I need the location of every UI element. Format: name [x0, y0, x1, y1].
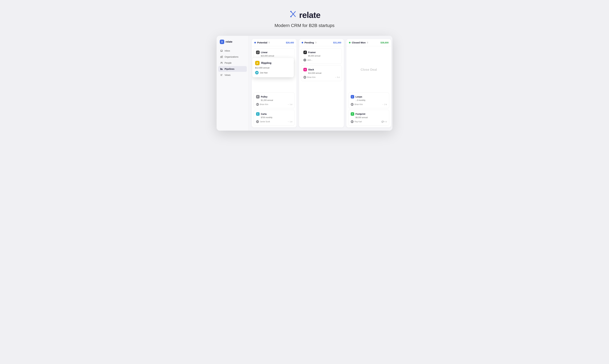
svg-rect-14: [221, 68, 221, 70]
footprint-company-name: Footprint: [356, 113, 365, 115]
loops-card-top: L Loops: [351, 95, 387, 99]
potential-column-header: Potential 5 $28,400: [252, 39, 296, 46]
deal-card-footprint[interactable]: F Footprint $8,000 annual RK Ray Karl 💬: [348, 110, 389, 126]
svg-rect-21: [304, 69, 305, 69]
potential-dot: [254, 42, 256, 43]
svg-rect-22: [305, 69, 306, 69]
people-icon: [220, 62, 223, 64]
closed-won-header-left: Closed Won 3: [349, 41, 368, 44]
sidebar-item-organizations[interactable]: Organizations: [218, 54, 247, 60]
sidebar-pipelines-label: Pipelines: [225, 68, 234, 70]
carta-avatar: JS: [256, 120, 259, 123]
views-icon: [220, 74, 223, 77]
deal-card-pulley[interactable]: P Pulley $1,200 annual BK Brian Kim →: [254, 93, 295, 108]
pulley-assignee-name: Brian Kim: [260, 103, 268, 105]
slack-assignee-name: Brian Kim: [307, 76, 316, 78]
framer-icon: [303, 51, 307, 54]
svg-rect-15: [221, 68, 222, 70]
footprint-footer: RK Ray Karl 💬 4 d: [351, 120, 387, 123]
closed-won-title: Closed Won: [352, 41, 366, 44]
closed-won-column-header: Closed Won 3 $38,600: [346, 39, 391, 46]
loops-company-name: Loops: [356, 95, 362, 98]
carta-footer: JS Jamie Scott → 1 d: [256, 120, 292, 123]
rippling-assignee-name: Joe Han: [260, 72, 268, 74]
carta-time: → 1 d: [287, 121, 292, 123]
svg-point-1: [290, 16, 291, 17]
potential-title: Potential: [257, 41, 267, 44]
carta-company-name: Carta: [261, 113, 267, 115]
closed-won-count: 3: [367, 41, 368, 44]
rippling-name: Rippling: [261, 62, 271, 65]
sidebar: relate Inbox: [217, 36, 249, 130]
svg-point-0: [290, 11, 291, 12]
pulley-card-top: P Pulley: [256, 95, 292, 99]
sidebar-item-views[interactable]: Views: [218, 72, 247, 78]
pulley-amount: $1,200 annual: [256, 99, 292, 101]
pending-header-left: Pending 3: [302, 41, 316, 44]
loops-icon: L: [351, 95, 354, 99]
pulley-avatar: BK: [256, 103, 259, 106]
footprint-icon-text: F: [352, 113, 353, 115]
pending-column-header: Pending 3 $31,000: [299, 39, 344, 46]
pipeline-column-closed-won: Closed Won 3 $38,600 Close Deal L: [346, 39, 391, 127]
deal-card-linear[interactable]: Linear $10,000 annual JS Jamie Scott → 3…: [254, 48, 295, 64]
deal-card-carta[interactable]: C Carta $700 monthly JS Jamie Scott →: [254, 110, 295, 126]
deal-card-framer[interactable]: Framer $5,000 annual J Jam...: [301, 48, 342, 64]
hero-logo: relate: [289, 10, 320, 20]
sidebar-inbox-label: Inbox: [225, 50, 230, 52]
loops-icon-text: L: [352, 96, 353, 98]
rippling-amount: $12,000 annual: [255, 66, 291, 69]
deal-card-loops[interactable]: L Loops ...0 monthly BK Brian Kim →: [348, 93, 389, 108]
pipeline-column-potential: Potential 5 $28,400 Linear: [252, 39, 296, 127]
rippling-assignee-avatar: JH: [255, 71, 259, 74]
linear-card-top: Linear: [256, 51, 292, 54]
slack-card-top: Slack: [303, 68, 340, 71]
carta-assignee-name: Jamie Scott: [260, 120, 270, 123]
loops-assignee-name: Brian Kim: [355, 103, 363, 105]
closed-won-cards: Close Deal L Loops ...0 monthly BK: [346, 46, 391, 127]
hero-tagline: Modern CRM for B2B startups: [275, 23, 334, 28]
potential-count: 5: [269, 41, 270, 44]
slack-icon: [303, 68, 307, 71]
pulley-icon-text: P: [257, 96, 258, 98]
loops-time: → 2 d: [382, 104, 387, 105]
svg-point-2: [221, 41, 221, 41]
footprint-time: 💬 4 d: [382, 121, 387, 123]
slack-assignee: BK Brian Kim: [303, 76, 316, 79]
main-content: Potential 5 $28,400 Linear: [249, 36, 392, 130]
sidebar-item-pipelines[interactable]: Pipelines: [218, 66, 247, 72]
sidebar-item-inbox[interactable]: Inbox: [218, 48, 247, 54]
hero-logo-icon: [289, 10, 298, 20]
linear-company-name: Linear: [261, 51, 268, 54]
sidebar-item-people[interactable]: People: [218, 60, 247, 66]
slack-amount: $14,000 annual: [303, 72, 340, 74]
sidebar-organizations-label: Organizations: [225, 56, 238, 58]
carta-icon: C: [256, 112, 260, 116]
loops-amount: ...0 monthly: [351, 99, 387, 101]
linear-icon: [256, 51, 260, 54]
svg-rect-16: [222, 69, 222, 70]
sidebar-people-label: People: [225, 62, 232, 64]
svg-rect-6: [222, 56, 223, 58]
framer-assignee-name: Jam...: [307, 59, 313, 61]
rippling-popup: R Rippling $12,000 annual JH Joe Han: [252, 58, 294, 77]
pulley-assignee: BK Brian Kim: [256, 103, 268, 106]
loops-assignee: BK Brian Kim: [351, 103, 363, 106]
potential-amount: $28,400: [286, 41, 294, 44]
rippling-assignee: JH Joe Han: [255, 71, 291, 74]
close-deal-placeholder: Close Deal: [348, 48, 389, 91]
framer-avatar: J: [303, 59, 306, 62]
deal-card-slack[interactable]: Slack $14,000 annual BK Brian Kim → 5 d: [301, 65, 342, 81]
framer-assignee: J Jam...: [303, 59, 313, 62]
footprint-avatar: RK: [351, 120, 354, 123]
carta-card-top: C Carta: [256, 112, 292, 116]
sidebar-views-label: Views: [225, 74, 231, 76]
svg-point-12: [221, 62, 222, 63]
hero-section: relate Modern CRM for B2B startups: [275, 10, 334, 28]
framer-card-top: Framer: [303, 51, 340, 54]
framer-amount: $5,000 annual: [303, 55, 340, 57]
pipeline-column-pending: Pending 3 $31,000 Framer $5: [299, 39, 344, 127]
sidebar-brand-text: relate: [225, 40, 232, 43]
svg-point-3: [221, 42, 221, 43]
framer-company-name: Framer: [308, 51, 316, 54]
